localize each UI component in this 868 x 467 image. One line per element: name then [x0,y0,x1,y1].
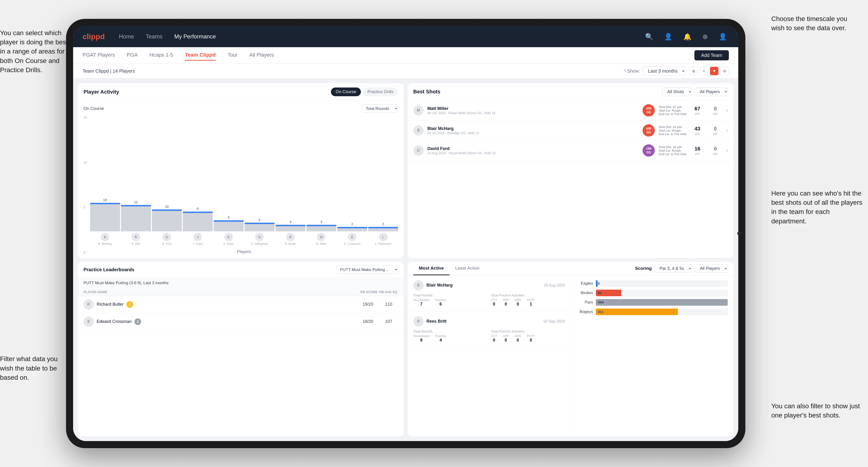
time-period-select[interactable]: Last 3 months [643,66,685,75]
leaderboard-dropdown[interactable]: PUTT Must Make Putting ... [336,266,398,274]
all-players-select[interactable]: All Players [695,88,728,96]
bar-highlight [245,223,275,224]
shot-stat-value-1: 43 [690,126,705,132]
scoring-players-select[interactable]: All Players [695,264,728,273]
annotation-select-player: You can select which player is doing the… [0,28,71,74]
feed-item-1[interactable]: R Rees Britt 02 Sep 2023 Total Rounds To… [408,312,570,348]
players-axis-label: Players [90,249,398,254]
edit-team-icon[interactable]: ✎ [623,68,627,73]
practice-drills-tab[interactable]: Practice Drills [363,88,398,96]
nav-link-myperformance[interactable]: My Performance [174,31,216,42]
tab-hcaps[interactable]: Hcaps 1-5 [150,50,173,61]
shot-item-1[interactable]: B Blair McHarg 23 Jul 2023 · Ashridge GC… [408,121,734,141]
bar-avatar: E [224,233,233,241]
bar-group-7: 3MM. Miller [306,116,336,246]
feed-rounds-block: Total Rounds Tournament 8 Practice 4 [413,330,487,343]
shot-dist: Shot Dist: 16 yds [658,145,686,149]
shot-stat-value-2: 0 [708,106,722,112]
feed-activities-cols: GTT 0 APP 0 ARG 0 PUTT 1 [491,298,565,307]
feed-stats-row: Total Rounds Tournament 8 Practice 4 Tot… [413,330,565,343]
shot-end-lie: End Lie: In The Hole [658,112,686,116]
user-avatar-button[interactable]: 👤 [717,31,729,42]
shot-stat-1: 16 yds [690,146,705,155]
feed-tournament-label: Tournament [413,298,430,302]
people-icon-button[interactable]: 👤 [662,31,674,42]
team-name-label: Team Clippd | 14 Players [83,68,621,74]
bar-value-label: 4 [258,218,260,222]
col-pb-avg: PB AVG SQ [379,290,398,294]
list-view-button[interactable]: ≡ [700,67,708,75]
bell-icon-button[interactable]: 🔔 [681,31,693,42]
shot-chevron-icon[interactable]: › [726,107,728,114]
feed-app-col: APP 0 [503,298,509,307]
most-active-tab[interactable]: Most Active [413,262,450,275]
nav-link-teams[interactable]: Teams [146,31,162,42]
main-content: Player Activity On Course Practice Drill… [73,79,738,441]
shot-stat-unit-1: yds [690,152,705,155]
on-course-tab[interactable]: On Course [331,88,361,96]
lb-avatar: E [84,316,94,327]
feed-activities-label: Total Practice Activities [491,293,565,297]
player-activity-header: Player Activity On Course Practice Drill… [78,83,404,101]
feed-putt-col: PUTT 0 [527,334,535,343]
annotation-filter: Filter what data you wish the table to b… [0,354,68,382]
chart-dropdown-select[interactable]: Total Rounds [362,104,398,113]
feed-arg-col: ARG 0 [515,334,521,343]
tab-team-clippd[interactable]: Team Clippd [185,50,216,61]
shot-chevron-icon[interactable]: › [726,127,728,133]
bar-group-3: 9JJ. Coles [183,116,213,246]
shot-end-lie: End Lie: In The Hole [658,152,686,156]
leaderboard-row-1[interactable]: E Edward Crossman 2 18/20 107 [78,313,404,331]
shot-stat-value-2: 0 [708,146,722,152]
bar-x-label: R. Britt [132,242,140,246]
chart-section-label: On Course [84,106,104,111]
bar-chart-wrapper: 0 5 10 15 13BB. McHarg12RR. Britt10DD. F… [84,116,398,254]
chart-top-row: On Course Total Rounds [84,104,398,113]
tab-all-players[interactable]: All Players [249,50,274,61]
feed-tab-header: Most Active Least Active Scoring Par 3, … [408,262,734,276]
tab-pga[interactable]: PGA [127,50,137,61]
shot-item-2[interactable]: D David Ford 24 Aug 2023 · Royal North D… [408,141,734,161]
feed-avatar: B [413,280,424,290]
search-icon-button[interactable]: 🔍 [643,31,655,42]
bar-x-label: J. Coles [193,242,203,246]
card-view-button[interactable]: ♥ [710,67,718,75]
feed-scoring-split: B Blair McHarg 26 Aug 2023 Total Rounds … [408,276,734,437]
filter-view-button[interactable]: ⚙ [720,67,729,75]
shot-chevron-icon[interactable]: › [726,148,728,154]
nav-link-home[interactable]: Home [119,31,134,42]
nav-icons: 🔍 👤 🔔 ⊕ 👤 [643,31,729,42]
bar-value-label: 3 [289,220,291,224]
shot-player-avatar: D [413,145,424,156]
scoring-bar-label: Bogeys [577,309,593,314]
least-active-tab[interactable]: Least Active [450,262,485,275]
shot-item-0[interactable]: M Matt Miller 09 Jun 2023 · Royal North … [408,100,734,121]
shot-desc: Shot Dist: 16 yds Start Lie: Rough End L… [658,145,686,156]
feed-rounds-block: Total Rounds Tournament 7 Practice 6 [413,293,487,307]
add-icon-button[interactable]: ⊕ [701,31,710,42]
lb-rank-badge: 2 [134,318,141,325]
feed-rounds-cols: Tournament 8 Practice 4 [413,334,487,343]
feed-activities-cols: GTT 0 APP 0 ARG 0 PUTT 0 [491,334,565,343]
grid-view-button[interactable]: ⊞ [689,67,698,75]
shot-badge-text: 198SG [646,147,651,154]
leaderboard-row-0[interactable]: R Richard Butler 1 19/20 110 [78,296,404,313]
bar-group-5: 4GG. Billingham [245,116,275,246]
annotation-timescale: Choose the timescale you wish to see the… [771,14,861,33]
feed-app-col: APP 0 [503,334,509,343]
tab-pgat-players[interactable]: PGAT Players [83,50,115,61]
tab-tour[interactable]: Tour [227,50,238,61]
feed-item-0[interactable]: B Blair McHarg 26 Aug 2023 Total Rounds … [408,276,570,312]
shot-stat-unit-2: yds [708,112,722,115]
feed-putt-col: PUTT 1 [527,298,535,307]
shot-player-detail: 23 Jul 2023 · Ashridge GC, Hole 15 [427,131,639,135]
feed-practice-col: Practice 6 [435,298,446,307]
best-shots-title: Best Shots [413,89,662,95]
feed-gtt-col: GTT 0 [491,298,497,307]
add-team-button[interactable]: Add Team [694,50,729,60]
scoring-par-select[interactable]: Par 3, 4 & 5s [654,264,692,273]
bar-fill [245,223,275,231]
feed-rounds-cols: Tournament 7 Practice 6 [413,298,487,307]
scoring-bar-row-3: Bogeys 311 [577,309,728,315]
all-shots-select[interactable]: All Shots [662,88,692,96]
